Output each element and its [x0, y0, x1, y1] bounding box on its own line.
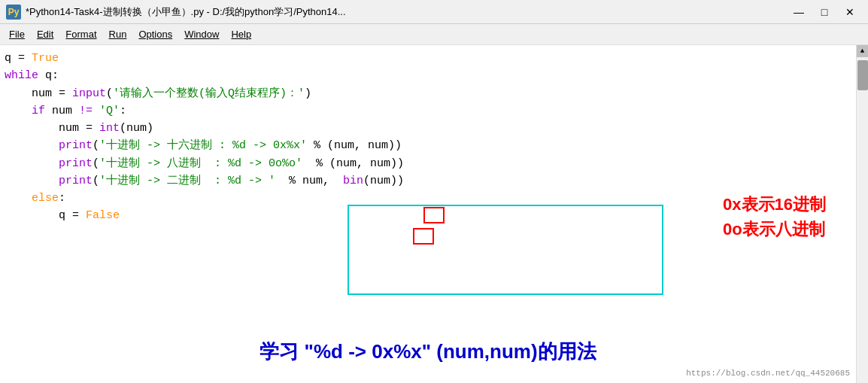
menu-options[interactable]: Options [132, 26, 178, 42]
scroll-up-button[interactable]: ▲ [857, 45, 869, 57]
icon-label: Py [8, 7, 20, 17]
code-editor[interactable]: q = True while q: num = input('请输入一个整数(输… [0, 45, 856, 383]
caption-content: 学习 "%d -> 0x%x" (num,num)的用法 [259, 340, 596, 363]
annotation-line1: 0x表示16进制 [723, 192, 826, 217]
code-line-3: num = input('请输入一个整数(输入Q结束程序)：') [5, 85, 856, 102]
maximize-button[interactable]: □ [812, 2, 836, 23]
scroll-thumb[interactable] [857, 60, 868, 90]
code-line-1: q = True [5, 50, 856, 67]
editor-area: q = True while q: num = input('请输入一个整数(输… [0, 45, 868, 383]
window-controls: — □ ✕ [787, 2, 862, 23]
menu-window[interactable]: Window [178, 26, 225, 42]
close-button[interactable]: ✕ [838, 2, 862, 23]
menu-edit[interactable]: Edit [31, 26, 59, 42]
menu-run[interactable]: Run [103, 26, 133, 42]
code-line-6: print('十进制 -> 十六进制 : %d -> 0x%x' % (num,… [5, 137, 856, 154]
app-icon: Py [6, 5, 21, 20]
code-line-5: num = int(num) [5, 120, 856, 137]
highlight-box-0o [413, 228, 434, 245]
minimize-button[interactable]: — [787, 2, 811, 23]
window-title: *Python14-Task4-进制转换（小甲鱼）.py - D:/我的pyth… [26, 5, 787, 19]
scrollbar[interactable]: ▲ [856, 45, 868, 383]
code-line-8: print('十进制 -> 二进制 : %d -> ' % num, bin(n… [5, 172, 856, 190]
code-line-4: if num != 'Q': [5, 102, 856, 120]
menu-format[interactable]: Format [59, 26, 102, 42]
code-line-2: while q: [5, 67, 856, 84]
code-line-7: print('十进制 -> 八进制 : %d -> 0o%o' % (num, … [5, 155, 856, 172]
annotation-line2: 0o表示八进制 [723, 217, 826, 242]
watermark: https://blog.csdn.net/qq_44520685 [686, 367, 850, 380]
title-bar: Py *Python14-Task4-进制转换（小甲鱼）.py - D:/我的p… [0, 0, 868, 24]
menu-file[interactable]: File [3, 26, 31, 42]
menu-help[interactable]: Help [225, 26, 257, 42]
caption-text: 学习 "%d -> 0x%x" (num,num)的用法 [0, 336, 856, 366]
menu-bar: File Edit Format Run Options Window Help [0, 24, 868, 45]
annotation-text: 0x表示16进制 0o表示八进制 [723, 192, 826, 242]
